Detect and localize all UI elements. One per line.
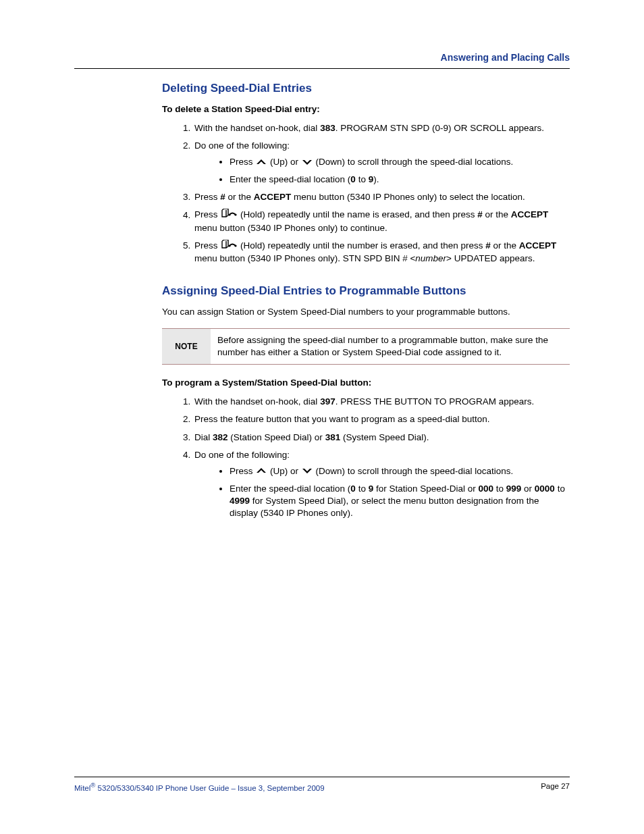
- code: 381: [325, 432, 341, 442]
- note-label: NOTE: [162, 329, 211, 364]
- svg-marker-1: [302, 160, 312, 165]
- text: > UPDATED appears.: [446, 253, 535, 263]
- down-arrow-icon: [301, 157, 313, 169]
- footer-left: Mitel® 5320/5330/5340 IP Phone User Guid…: [74, 781, 325, 793]
- text: Enter the speed-dial location (: [230, 174, 350, 184]
- heading-deleting: Deleting Speed-Dial Entries: [162, 81, 570, 97]
- text: number: [415, 253, 446, 263]
- footer: Mitel® 5320/5330/5340 IP Phone User Guid…: [74, 777, 570, 793]
- text: Do one of the following:: [194, 450, 290, 460]
- text: Dial: [194, 432, 213, 442]
- header-section-title: Answering and Placing Calls: [74, 51, 570, 69]
- text: 4999: [230, 496, 250, 506]
- list-item: Press (Hold) repeatedly until the number…: [193, 240, 570, 265]
- text: (Hold) repeatedly until the number is er…: [240, 240, 485, 251]
- list-item: Enter the speed-dial location (0 to 9 fo…: [230, 483, 570, 520]
- text: or the: [483, 210, 511, 220]
- svg-point-3: [235, 214, 237, 216]
- svg-marker-6: [257, 468, 266, 473]
- hold-icon: [220, 209, 238, 221]
- text: 000: [479, 484, 494, 494]
- list-item: Press # or the ACCEPT menu button (5340 …: [193, 191, 570, 203]
- text: ).: [373, 174, 379, 184]
- text: ACCEPT: [519, 240, 557, 251]
- intro-program: To program a System/Station Speed-Dial b…: [162, 377, 570, 389]
- text: Press: [194, 240, 220, 251]
- sublist: Press (Up) or (Down) to scroll through t…: [194, 156, 570, 186]
- list-item: Press (Up) or (Down) to scroll through t…: [230, 156, 570, 169]
- text: With the handset on-hook, dial: [194, 123, 320, 133]
- text: or: [521, 484, 535, 494]
- list-item: With the handset on-hook, dial 397. PRES…: [193, 396, 570, 408]
- note-box: NOTE Before assigning the speed-dial num…: [162, 328, 570, 365]
- text: for Station Speed-Dial or: [373, 484, 478, 494]
- up-arrow-icon: [255, 465, 267, 477]
- note-text: Before assigning the speed-dial number t…: [211, 329, 570, 364]
- text: to: [356, 174, 369, 184]
- code: 397: [320, 396, 336, 407]
- text: #: [220, 192, 225, 202]
- text: 0000: [535, 484, 555, 494]
- text: menu button (5340 IP Phones only) to con…: [194, 223, 387, 233]
- content-area: Deleting Speed-Dial Entries To delete a …: [162, 81, 570, 519]
- list-item: Enter the speed-dial location (0 to 9).: [230, 174, 570, 186]
- hold-icon: [220, 240, 238, 253]
- svg-point-4: [229, 244, 231, 246]
- list-item: Do one of the following: Press (Up) or (…: [193, 449, 570, 519]
- text: or the: [491, 240, 519, 251]
- text: #: [485, 240, 491, 251]
- up-arrow-icon: [255, 157, 267, 169]
- list-item: With the handset on-hook, dial 383. PROG…: [193, 122, 570, 134]
- text: to: [356, 484, 369, 494]
- text: (Down) to scroll through the speed-dial …: [316, 157, 514, 167]
- list-item: Press (Up) or (Down) to scroll through t…: [230, 465, 570, 478]
- text: to: [555, 484, 565, 494]
- delete-steps: With the handset on-hook, dial 383. PROG…: [162, 122, 570, 265]
- svg-point-5: [235, 244, 237, 246]
- intro-delete: To delete a Station Speed-Dial entry:: [162, 103, 570, 115]
- text: 5320/5330/5340 IP Phone User Guide – Iss…: [95, 783, 324, 791]
- text: . PROGRAM STN SPD (0-9) OR SCROLL appear…: [336, 123, 544, 133]
- text: #: [477, 210, 483, 220]
- text: (Up) or: [270, 157, 301, 167]
- text: (Up) or: [270, 466, 301, 476]
- svg-marker-7: [302, 469, 312, 473]
- heading-assigning: Assigning Speed-Dial Entries to Programm…: [162, 284, 570, 299]
- code: 383: [320, 123, 336, 133]
- text: or the: [225, 192, 254, 202]
- text: (Hold) repeatedly until the name is eras…: [240, 210, 477, 220]
- svg-point-2: [229, 214, 231, 216]
- text: Enter the speed-dial location (: [230, 484, 350, 494]
- text: Press: [194, 192, 220, 202]
- text: 0: [350, 174, 356, 184]
- sublist: Press (Up) or (Down) to scroll through t…: [194, 465, 570, 519]
- text: 0: [350, 484, 356, 494]
- text: . PRESS THE BUTTON TO PROGRAM appears.: [336, 396, 535, 407]
- paragraph: You can assign Station or System Speed-D…: [162, 306, 570, 318]
- text: to: [493, 484, 506, 494]
- text: Press: [194, 210, 220, 220]
- list-item: Press (Hold) repeatedly until the name i…: [193, 209, 570, 234]
- list-item: Press the feature button that you want t…: [193, 413, 570, 425]
- text: menu button (5340 IP Phones only) to sel…: [291, 192, 525, 202]
- down-arrow-icon: [301, 465, 313, 477]
- text: (System Speed Dial).: [340, 432, 429, 442]
- list-item: Do one of the following: Press (Up) or (…: [193, 140, 570, 186]
- text: Press: [230, 466, 255, 476]
- footer-right: Page 27: [541, 781, 570, 793]
- svg-marker-0: [257, 159, 266, 164]
- text: Mitel: [74, 783, 90, 791]
- program-steps: With the handset on-hook, dial 397. PRES…: [162, 396, 570, 519]
- text: With the handset on-hook, dial: [194, 396, 320, 407]
- text: 999: [506, 484, 522, 494]
- text: Do one of the following:: [194, 140, 290, 151]
- text: menu button (5340 IP Phones only). STN S…: [194, 253, 415, 263]
- text: for System Speed Dial), or select the me…: [230, 496, 539, 518]
- text: (Down) to scroll through the speed-dial …: [316, 466, 514, 476]
- list-item: Dial 382 (Station Speed Dial) or 381 (Sy…: [193, 432, 570, 444]
- text: ACCEPT: [254, 192, 292, 202]
- text: Press the feature button that you want t…: [194, 414, 490, 424]
- text: (Station Speed Dial) or: [228, 432, 325, 442]
- text: ACCEPT: [511, 210, 549, 220]
- text: Press: [230, 157, 255, 167]
